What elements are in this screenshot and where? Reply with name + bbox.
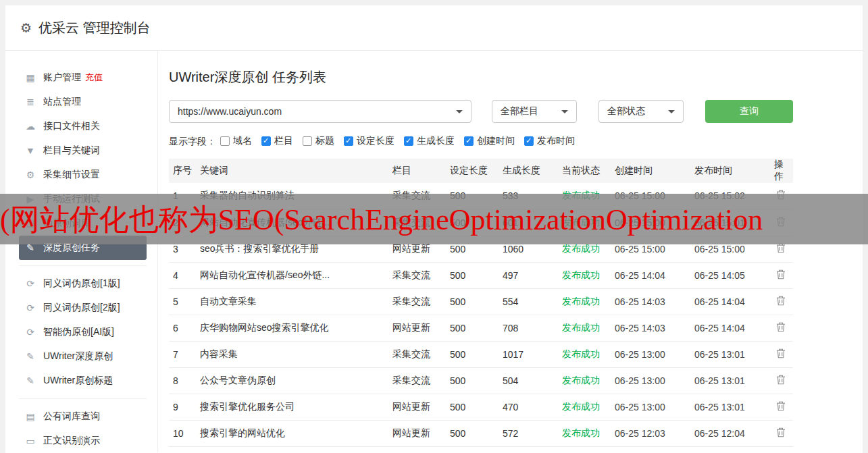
cell-gen-length: 554 [499, 288, 558, 315]
cell-gen-length: 1017 [499, 341, 558, 367]
sidebar-item-label: 同义词伪原创[2版] [43, 302, 120, 314]
sidebar-item[interactable]: ≣站点管理 [19, 90, 147, 114]
column-select[interactable]: 全部栏目 [492, 100, 577, 123]
cell-published-at: 06-25 14:04 [690, 315, 770, 341]
checkbox-unchecked[interactable] [220, 136, 230, 146]
cell-actions [770, 367, 793, 394]
sidebar-item[interactable]: ▼栏目与关键词 [19, 138, 147, 163]
site-select-value: https://www.ucaiyun.com [178, 106, 282, 117]
column-header: 设定长度 [446, 159, 499, 183]
sidebar-item[interactable]: ⚙采集细节设置 [19, 163, 147, 187]
cell-status: 发布成功 [558, 420, 611, 446]
filter-icon: ▼ [24, 145, 37, 156]
sidebar-divider [19, 265, 147, 266]
cell-gen-length: 708 [499, 315, 558, 341]
checkbox-checked[interactable] [404, 136, 413, 146]
gears-icon: ⚙ [24, 169, 37, 180]
sidebar: ▦账户管理充值≣站点管理☁接口文件相关▼栏目与关键词⚙采集细节设置▶手动运行测试… [5, 51, 158, 452]
cell-column: 网站更新 [388, 420, 446, 446]
sidebar-item[interactable]: ⟳同义词伪原创[2版] [19, 296, 147, 320]
cell-status: 发布成功 [558, 288, 611, 315]
delete-button[interactable] [774, 400, 788, 415]
edit-icon: ✎ [24, 375, 37, 386]
cell-created-at: 06-25 14:03 [611, 315, 690, 341]
cell-index: 9 [169, 394, 196, 420]
field-checkbox-label: 创建时间 [477, 135, 515, 147]
query-button[interactable]: 查询 [705, 100, 793, 123]
field-checkboxes: 域名栏目标题设定长度生成长度创建时间发布时间 [220, 135, 584, 148]
cell-keyword: 搜索引擎优化服务公司 [196, 394, 388, 420]
delete-button[interactable] [774, 347, 788, 362]
chevron-down-icon [456, 110, 463, 113]
field-checkbox[interactable]: 生成长度 [404, 135, 455, 147]
status-select[interactable]: 全部状态 [598, 100, 684, 123]
column-header: 关键词 [196, 159, 388, 183]
trash-icon [776, 375, 786, 385]
delete-button[interactable] [774, 294, 788, 309]
sidebar-item-label: 接口文件相关 [43, 120, 100, 132]
field-checkbox[interactable]: 创建时间 [464, 135, 515, 147]
cell-index: 7 [169, 341, 196, 367]
cell-set-length: 500 [446, 315, 499, 341]
cell-created-at: 06-25 12:03 [611, 420, 690, 446]
sidebar-item[interactable]: ⟳智能伪原创[AI版] [19, 320, 147, 344]
cell-actions [770, 341, 793, 367]
sidebar-item-label: UWriter原创标题 [43, 375, 113, 387]
checkbox-unchecked[interactable] [303, 136, 312, 146]
cell-actions [770, 288, 793, 315]
column-header: 创建时间 [611, 159, 690, 183]
trash-icon [776, 401, 786, 411]
sidebar-item[interactable]: ☁接口文件相关 [19, 114, 147, 138]
field-checkbox[interactable]: 设定长度 [344, 135, 394, 147]
field-checkbox-label: 发布时间 [537, 135, 575, 147]
sidebar-item-label: 同义词伪原创[1版] [43, 277, 120, 290]
cell-published-at: 06-25 14:05 [690, 262, 770, 288]
field-checkbox[interactable]: 标题 [303, 135, 334, 147]
delete-button[interactable] [774, 426, 788, 441]
recharge-link[interactable]: 充值 [85, 72, 103, 84]
cell-actions [770, 394, 793, 420]
sidebar-item-label: 栏目与关键词 [43, 144, 100, 157]
field-checkbox-label: 栏目 [274, 135, 293, 147]
trash-icon [776, 269, 786, 279]
field-checkbox[interactable]: 域名 [220, 135, 252, 147]
column-select-value: 全部栏目 [501, 105, 538, 117]
sidebar-item[interactable]: ⟳同义词伪原创[1版] [19, 271, 147, 296]
cell-index: 6 [169, 315, 196, 341]
refresh-icon: ⟳ [24, 278, 37, 289]
main-content: UWriter深度原创 任务列表 https://www.ucaiyun.com… [158, 51, 793, 452]
field-checkbox-label: 设定长度 [357, 135, 394, 147]
table-row: 6庆华购物网站seo搜索引擎优化网站更新500708发布成功06-25 14:0… [169, 315, 793, 341]
cell-created-at: 06-25 13:00 [611, 341, 690, 367]
cell-column: 网站更新 [388, 315, 446, 341]
delete-button[interactable] [774, 321, 788, 336]
checkbox-checked[interactable] [344, 136, 353, 146]
watermark-text: (网站优化也称为SEO(SearchEngineOptimizationOpti… [0, 194, 868, 244]
sidebar-item-label: UWriter深度原创 [43, 350, 113, 363]
delete-button[interactable] [774, 268, 788, 283]
checkbox-checked[interactable] [524, 136, 534, 146]
checkbox-checked[interactable] [464, 136, 474, 146]
checkbox-checked[interactable] [261, 136, 271, 146]
sidebar-item[interactable]: ▦账户管理充值 [19, 65, 147, 90]
delete-button[interactable] [774, 373, 788, 388]
header: ⚙ 优采云 管理控制台 [5, 5, 863, 51]
column-header: 操作 [770, 159, 793, 183]
chart-icon: ▦ [24, 72, 37, 83]
cell-set-length: 500 [446, 262, 499, 288]
trash-icon [776, 296, 786, 306]
site-select[interactable]: https://www.ucaiyun.com [169, 100, 471, 123]
app-title: 优采云 管理控制台 [39, 19, 151, 37]
cell-keyword: 庆华购物网站seo搜索引擎优化 [196, 315, 388, 341]
cell-column: 采集交流 [388, 262, 446, 288]
sidebar-item[interactable]: ▭正文识别演示 [19, 429, 147, 453]
sidebar-item[interactable]: ✎UWriter原创标题 [19, 369, 147, 393]
table-row: 5自动文章采集采集交流500554发布成功06-25 14:0306-25 14… [169, 288, 793, 315]
sidebar-item[interactable]: ▤公有词库查询 [19, 404, 147, 429]
sidebar-item[interactable]: ✎UWriter深度原创 [19, 344, 147, 369]
field-checkbox[interactable]: 发布时间 [524, 135, 575, 147]
sidebar-item-label: 采集细节设置 [43, 169, 100, 181]
cell-set-length: 500 [446, 288, 499, 315]
field-checkbox[interactable]: 栏目 [261, 135, 293, 147]
cell-index: 8 [169, 367, 196, 394]
